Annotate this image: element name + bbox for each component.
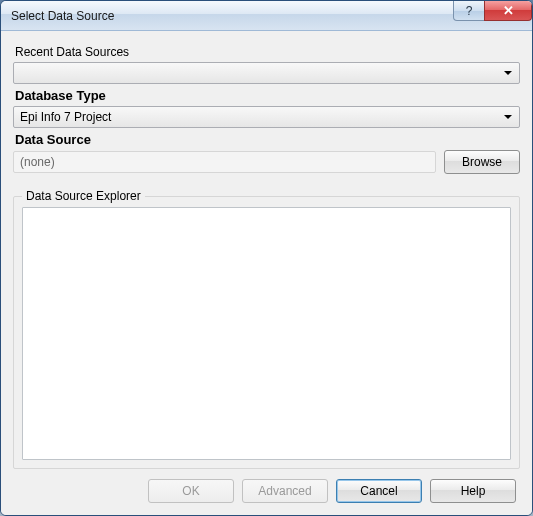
help-button[interactable]: Help xyxy=(430,479,516,503)
data-source-label: Data Source xyxy=(15,132,520,147)
titlebar: Select Data Source ? ✕ xyxy=(1,1,532,31)
explorer-fieldset: Data Source Explorer xyxy=(13,196,520,469)
advanced-button-label: Advanced xyxy=(258,484,311,498)
browse-button[interactable]: Browse xyxy=(444,150,520,174)
database-type-label: Database Type xyxy=(15,88,520,103)
data-source-row: (none) Browse xyxy=(13,150,520,174)
titlebar-help-button[interactable]: ? xyxy=(453,1,485,21)
cancel-button-label: Cancel xyxy=(360,484,397,498)
titlebar-controls: ? ✕ xyxy=(453,1,532,21)
close-icon: ✕ xyxy=(503,3,514,18)
recent-sources-label: Recent Data Sources xyxy=(15,45,520,59)
dialog-button-row: OK Advanced Cancel Help xyxy=(13,469,520,507)
cancel-button[interactable]: Cancel xyxy=(336,479,422,503)
explorer-listbox[interactable] xyxy=(22,207,511,460)
recent-sources-combo[interactable] xyxy=(13,62,520,84)
ok-button-label: OK xyxy=(182,484,199,498)
explorer-legend: Data Source Explorer xyxy=(22,189,145,203)
database-type-value: Epi Info 7 Project xyxy=(20,110,111,124)
data-source-value: (none) xyxy=(20,155,55,169)
database-type-combo[interactable]: Epi Info 7 Project xyxy=(13,106,520,128)
dialog-content: Recent Data Sources Database Type Epi In… xyxy=(1,31,532,515)
help-button-label: Help xyxy=(461,484,486,498)
data-source-input[interactable]: (none) xyxy=(13,151,436,173)
titlebar-close-button[interactable]: ✕ xyxy=(484,1,532,21)
ok-button[interactable]: OK xyxy=(148,479,234,503)
dialog-window: Select Data Source ? ✕ Recent Data Sourc… xyxy=(0,0,533,516)
window-title: Select Data Source xyxy=(11,9,114,23)
advanced-button[interactable]: Advanced xyxy=(242,479,328,503)
help-icon: ? xyxy=(466,4,473,18)
browse-button-label: Browse xyxy=(462,155,502,169)
